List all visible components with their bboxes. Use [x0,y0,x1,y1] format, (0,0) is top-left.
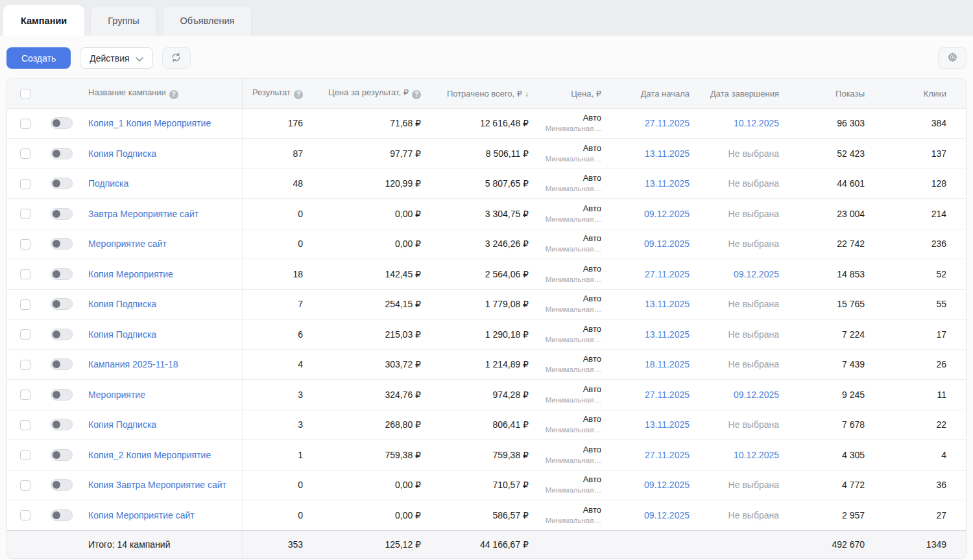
row-toggle[interactable] [51,419,73,430]
end-date[interactable]: 09.12.2025 [734,269,779,279]
help-icon[interactable]: ? [294,90,303,99]
start-date-link[interactable]: 09.12.2025 [644,510,690,520]
start-date-link[interactable]: 09.12.2025 [644,239,690,249]
help-icon[interactable]: ? [169,90,178,99]
start-date-link[interactable]: 13.11.2025 [645,178,690,189]
campaign-name-link[interactable]: Копия Завтра Мероприятие сайт [88,480,226,490]
row-checkbox[interactable] [20,510,30,520]
row-toggle[interactable] [51,329,73,340]
row-checkbox[interactable] [20,390,30,400]
campaign-name-link[interactable]: Мероприятие [88,390,145,400]
start-date-link[interactable]: 27.11.2025 [645,269,690,279]
impressions-cell: 4 305 [783,440,869,471]
campaign-name-link[interactable]: Кампания 2025-11-18 [88,359,178,369]
row-toggle[interactable] [51,449,73,461]
start-date-link[interactable]: 18.11.2025 [645,359,690,369]
column-header-name[interactable]: Название кампании? [80,79,242,108]
refresh-button[interactable] [162,47,191,69]
row-toggle[interactable] [51,509,73,521]
campaign-name-link[interactable]: Копия Подписка [88,329,156,340]
row-checkbox[interactable] [20,480,30,491]
campaign-name-link[interactable]: Копия_1 Копия Мероприятие [88,118,211,128]
campaign-name-link[interactable]: Копия Подписка [88,419,156,430]
column-header-cost-label: Цена за результат, ₽ [328,88,409,97]
row-toggle[interactable] [51,208,73,220]
end-date[interactable]: 09.12.2025 [734,390,779,400]
campaign-name-link[interactable]: Копия Подписка [88,299,156,309]
row-checkbox[interactable] [20,420,30,430]
price-strategy-label: Минимальная… [533,364,601,375]
help-icon[interactable]: ? [412,90,421,99]
campaign-name-link[interactable]: Копия Подписка [88,148,156,159]
table-row: Копия_1 Копия Мероприятие 176 71,68 ₽ 12… [7,108,966,139]
impressions-cell: 14 853 [783,259,869,290]
start-date-link[interactable]: 27.11.2025 [645,390,690,400]
column-header-price[interactable]: Цена, ₽ [533,79,605,108]
start-date-link[interactable]: 13.11.2025 [645,419,690,430]
column-header-result[interactable]: Результат? [242,79,307,108]
start-date-link[interactable]: 13.11.2025 [645,299,690,309]
price-strategy-label: Минимальная… [533,515,601,526]
create-button[interactable]: Создать [6,47,71,69]
row-checkbox[interactable] [20,179,30,189]
row-checkbox[interactable] [20,329,30,340]
tab-ads[interactable]: Объявления [163,5,252,36]
row-checkbox[interactable] [20,119,30,129]
row-toggle[interactable] [51,268,73,280]
row-toggle[interactable] [51,117,73,129]
row-toggle[interactable] [51,148,73,159]
campaign-name-link[interactable]: Копия_2 Копия Мероприятие [88,450,211,460]
row-toggle[interactable] [51,389,73,401]
column-header-cost-per-result[interactable]: Цена за результат, ₽? [307,79,425,108]
table-row: Копия_2 Копия Мероприятие 1 759,38 ₽ 759… [7,440,966,471]
campaign-name-link[interactable]: Копия Мероприятие [88,269,173,279]
column-header-impressions[interactable]: Показы [783,79,869,108]
tab-campaigns[interactable]: Кампании [3,5,84,36]
row-toggle[interactable] [51,479,73,491]
price-strategy-label: Минимальная… [533,304,601,314]
totals-impressions: 492 670 [783,530,869,558]
price-cell: Авто Минимальная… [533,108,605,139]
row-checkbox[interactable] [20,299,30,310]
row-checkbox[interactable] [20,148,30,159]
actions-dropdown-button[interactable]: Действия [80,47,152,69]
tab-groups[interactable]: Группы [90,5,156,36]
impressions-cell: 15 765 [783,289,869,320]
column-header-end-date[interactable]: Дата завершения [693,79,783,108]
start-date-link[interactable]: 09.12.2025 [644,480,690,490]
price-mode-label: Авто [533,505,601,515]
row-checkbox[interactable] [20,209,30,219]
row-checkbox[interactable] [20,269,30,279]
row-checkbox[interactable] [20,450,30,460]
start-date-link[interactable]: 13.11.2025 [645,329,690,340]
campaign-name-link[interactable]: Завтра Мероприятие сайт [88,209,198,219]
row-checkbox[interactable] [20,239,30,250]
end-date[interactable]: 10.12.2025 [734,450,779,460]
column-header-start-date[interactable]: Дата начала [605,79,693,108]
end-date: Не выбрана [728,510,779,520]
start-date-link[interactable]: 13.11.2025 [645,148,690,159]
row-checkbox[interactable] [20,360,30,370]
row-toggle[interactable] [51,178,73,189]
start-date-link[interactable]: 27.11.2025 [645,118,690,128]
end-date[interactable]: 10.12.2025 [734,118,779,128]
row-toggle[interactable] [51,238,73,250]
row-toggle[interactable] [51,358,73,370]
row-toggle[interactable] [51,298,73,310]
start-date-link[interactable]: 27.11.2025 [645,450,690,460]
toggle-knob [53,421,60,428]
campaign-name-link[interactable]: Подписка [88,178,128,189]
spent-cell: 3 304,75 ₽ [425,199,533,229]
campaign-name-link[interactable]: Мероприятие сайт [88,239,167,249]
select-all-checkbox[interactable] [20,89,30,99]
column-header-clicks[interactable]: Клики [869,79,966,108]
settings-button[interactable] [938,47,967,69]
start-date-link[interactable]: 09.12.2025 [644,209,690,219]
column-header-spent[interactable]: Потрачено всего, ₽↓ [425,79,533,108]
price-strategy-label: Минимальная… [533,455,601,465]
campaign-name-link[interactable]: Копия Мероприятие сайт [88,510,195,520]
toolbar: Создать Действия [0,36,973,78]
table-row: Мероприятие сайт 0 0,00 ₽ 3 246,26 ₽ Авт… [7,229,966,259]
impressions-cell: 7 224 [783,320,869,350]
clicks-cell: 36 [869,470,966,500]
